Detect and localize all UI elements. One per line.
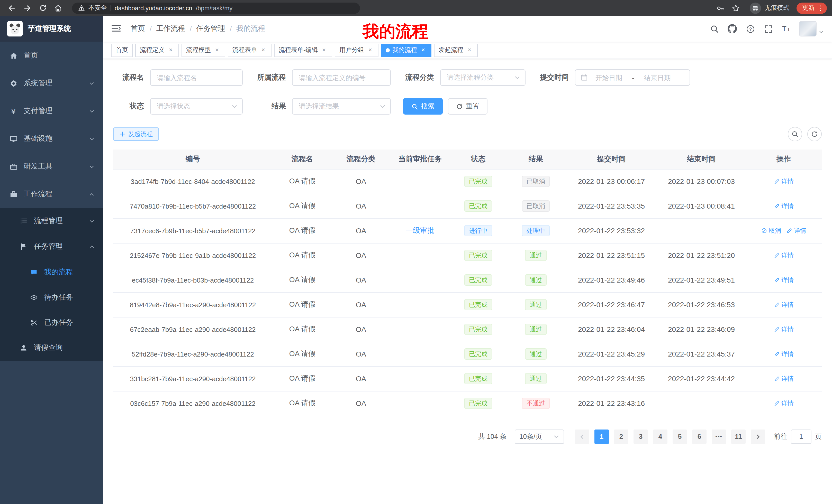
- fullscreen-icon[interactable]: [763, 24, 773, 34]
- cell-category: OA: [332, 366, 390, 391]
- edit-link[interactable]: 详情: [774, 325, 794, 334]
- current-task-link[interactable]: 一级审批: [406, 226, 435, 234]
- tab-user-group[interactable]: 用户分组×: [335, 44, 379, 57]
- address-bar[interactable]: 不安全 dashboard.yudao.iocoder.cn/bpm/task/…: [72, 2, 360, 13]
- breadcrumb-item[interactable]: 首页: [131, 24, 145, 33]
- status-select[interactable]: 请选择状态: [150, 98, 243, 115]
- cell-current-task: [390, 366, 450, 391]
- sidebar-item-devtools[interactable]: 研发工具: [0, 152, 103, 180]
- cell-process-name: OA 请假: [272, 342, 332, 366]
- close-icon[interactable]: ×: [213, 47, 220, 54]
- page-size-select[interactable]: 10条/页: [515, 429, 564, 444]
- process-def-input[interactable]: [292, 69, 391, 86]
- browser-reload-button[interactable]: [36, 2, 49, 14]
- table-body: 3ad174fb-7b9d-11ec-8404-acde48001122OA 请…: [113, 169, 822, 416]
- sidebar-item-my-process[interactable]: 我的流程: [0, 259, 103, 285]
- tab-process-definition[interactable]: 流程定义×: [135, 44, 179, 57]
- prev-page-button[interactable]: [575, 429, 589, 444]
- refresh-table-button[interactable]: [807, 127, 822, 141]
- result-select[interactable]: 请选择流结果: [292, 98, 391, 115]
- edit-link[interactable]: 详情: [774, 202, 794, 211]
- sidebar-item-label: 任务管理: [34, 242, 63, 251]
- browser-update-button[interactable]: 更新 ⋮: [797, 2, 827, 13]
- toggle-search-button[interactable]: [788, 127, 802, 141]
- table-row: 2152467e-7b9b-11ec-9a1b-acde48001122OA 请…: [113, 243, 822, 268]
- page-button[interactable]: 3: [633, 429, 648, 444]
- start-date-input[interactable]: [590, 74, 628, 81]
- initiate-process-button[interactable]: 发起流程: [113, 128, 159, 141]
- search-button[interactable]: 搜索: [403, 98, 443, 115]
- browser-menu-icon[interactable]: ⋮: [817, 5, 824, 11]
- edit-link[interactable]: 详情: [786, 227, 806, 235]
- edit-link[interactable]: 详情: [774, 276, 794, 285]
- breadcrumb-item[interactable]: 工作流程: [156, 24, 185, 33]
- tab-home[interactable]: 首页: [111, 44, 133, 57]
- breadcrumb-item[interactable]: 任务管理: [197, 24, 225, 33]
- end-date-input[interactable]: [639, 74, 676, 81]
- sidebar-item-home[interactable]: 首页: [0, 41, 103, 69]
- password-key-icon[interactable]: [714, 2, 727, 14]
- close-icon[interactable]: ×: [420, 47, 427, 54]
- edit-link[interactable]: 详情: [774, 374, 794, 383]
- result-badge: 通过: [525, 324, 547, 335]
- edit-link[interactable]: 详情: [774, 350, 794, 359]
- cell-actions: 详情: [746, 292, 822, 317]
- app-logo[interactable]: 芋道管理系统: [0, 16, 103, 41]
- close-icon[interactable]: ×: [260, 47, 267, 54]
- header-submit-time: 提交时间: [566, 149, 657, 169]
- close-icon[interactable]: ×: [466, 47, 473, 54]
- sidebar-item-system[interactable]: 系统管理: [0, 69, 103, 97]
- edit-link[interactable]: 详情: [774, 251, 794, 260]
- sidebar-item-workflow[interactable]: 工作流程: [0, 180, 103, 208]
- edit-link[interactable]: 详情: [774, 177, 794, 186]
- sidebar-item-infrastructure[interactable]: 基础设施: [0, 125, 103, 152]
- more-pages-button[interactable]: •••: [712, 429, 726, 444]
- tab-my-process[interactable]: 我的流程×: [381, 44, 432, 57]
- hamburger-icon[interactable]: [111, 23, 122, 34]
- cell-process-name: OA 请假: [272, 366, 332, 391]
- edit-link[interactable]: 详情: [774, 399, 794, 408]
- category-select[interactable]: 请选择流程分类: [440, 69, 525, 86]
- close-icon[interactable]: ×: [167, 47, 174, 54]
- cell-id: 03c6c157-7b9a-11ec-a290-acde48001122: [113, 391, 272, 416]
- font-size-icon[interactable]: TT: [781, 24, 791, 34]
- page-button[interactable]: 11: [731, 429, 746, 444]
- page-button[interactable]: 5: [673, 429, 687, 444]
- next-page-button[interactable]: [751, 429, 765, 444]
- reset-button[interactable]: 重置: [448, 98, 488, 115]
- close-icon[interactable]: ×: [320, 47, 328, 54]
- jump-page-input[interactable]: [791, 429, 811, 444]
- tab-initiate-process[interactable]: 发起流程×: [434, 44, 478, 57]
- help-icon[interactable]: ?: [745, 24, 755, 34]
- submit-time-range-picker[interactable]: -: [575, 69, 690, 86]
- process-name-input[interactable]: [150, 69, 243, 86]
- edit-link[interactable]: 详情: [774, 301, 794, 309]
- user-avatar[interactable]: [799, 21, 824, 36]
- header-id: 编号: [113, 149, 272, 169]
- cell-category: OA: [332, 342, 390, 366]
- sidebar-item-done-tasks[interactable]: 已办任务: [0, 310, 103, 335]
- cell-end-time: [657, 218, 746, 243]
- github-icon[interactable]: [727, 24, 737, 34]
- tab-process-form[interactable]: 流程表单×: [228, 44, 271, 57]
- close-icon[interactable]: ×: [367, 47, 374, 54]
- browser-back-button[interactable]: [5, 2, 19, 14]
- page-button[interactable]: 1: [594, 429, 609, 444]
- sidebar-item-process-management[interactable]: 流程管理: [0, 208, 103, 234]
- tab-process-model[interactable]: 流程模型×: [182, 44, 225, 57]
- sidebar-item-todo-tasks[interactable]: 待办任务: [0, 285, 103, 310]
- page-button[interactable]: 6: [692, 429, 706, 444]
- svg-text:T: T: [782, 25, 786, 33]
- page-button[interactable]: 4: [653, 429, 668, 444]
- search-icon[interactable]: [709, 24, 719, 34]
- bookmark-star-icon[interactable]: [729, 2, 743, 14]
- page-button[interactable]: 2: [614, 429, 628, 444]
- browser-home-button[interactable]: [51, 2, 65, 14]
- sidebar-item-leave-query[interactable]: 请假查询: [0, 335, 103, 361]
- sidebar-item-payment[interactable]: ¥ 支付管理: [0, 97, 103, 125]
- tab-process-form-edit[interactable]: 流程表单-编辑×: [274, 44, 332, 57]
- cell-result: 通过: [506, 243, 566, 268]
- sidebar-item-task-management[interactable]: 任务管理: [0, 234, 103, 259]
- browser-forward-button[interactable]: [21, 2, 34, 14]
- cancel-link[interactable]: 取消: [761, 227, 781, 235]
